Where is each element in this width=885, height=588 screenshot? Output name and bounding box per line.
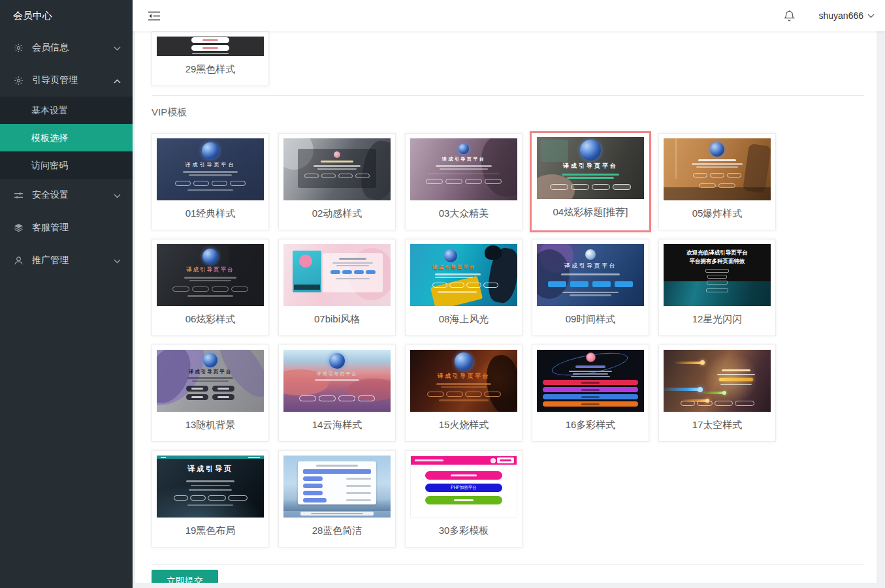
template-caption: 12星光闪闪	[664, 306, 771, 335]
template-caption: 30多彩模板	[410, 518, 517, 547]
template-thumbnail: 译成引导页平台	[410, 244, 517, 306]
template-caption: 01经典样式	[157, 200, 264, 230]
gear-icon	[13, 76, 24, 85]
template-card-29[interactable]: 29黑色样式	[152, 31, 269, 86]
template-card-14[interactable]: 译成引导页平台 14云海样式	[278, 345, 396, 442]
chevron-down-icon	[114, 190, 121, 200]
template-thumbnail: 译成引导页平台	[157, 350, 264, 412]
user-icon	[13, 256, 24, 266]
template-card-02[interactable]: 02动感样式	[278, 133, 396, 230]
sidebar-item-label: 会员信息	[32, 42, 114, 54]
sidebar-submenu: 基本设置 模板选择 访问密码	[0, 97, 133, 179]
template-caption: 19黑色布局	[157, 518, 264, 547]
template-thumbnail: 译成引导页平台	[537, 137, 644, 199]
divider	[152, 95, 864, 96]
sidebar-item-label: 安全设置	[32, 189, 114, 201]
template-card-08[interactable]: 译成引导页平台 08海上风光	[405, 239, 523, 336]
template-thumbnail	[537, 350, 644, 412]
template-thumbnail	[283, 138, 391, 200]
template-card-15[interactable]: 译成引导页平台 15火烧样式	[405, 345, 523, 442]
username: shuyan666	[818, 10, 863, 21]
template-card-07[interactable]: 07bibi风格	[278, 239, 396, 336]
template-caption: 02动感样式	[283, 200, 391, 230]
template-card-30[interactable]: PHP加密平台 30多彩模板	[405, 450, 523, 548]
template-caption: 28蓝色简洁	[283, 518, 391, 547]
template-card-16[interactable]: 16多彩样式	[532, 345, 649, 442]
user-menu[interactable]: shuyan666	[818, 10, 875, 21]
template-caption: 03大众精美	[410, 200, 517, 230]
template-thumbnail: 译成引导页平台	[410, 350, 517, 412]
divider	[152, 564, 864, 565]
template-caption: 07bibi风格	[283, 306, 391, 335]
chevron-down-icon	[114, 255, 121, 266]
template-card-09[interactable]: 译成引导页平台 09时间样式	[532, 239, 649, 336]
chevron-down-icon	[867, 14, 875, 18]
template-thumbnail	[283, 244, 391, 306]
template-card-01[interactable]: 译成引导页平台 01经典样式	[152, 133, 269, 230]
top-bar: shuyan666	[133, 0, 885, 31]
sidebar-item-label: 引导页管理	[32, 74, 114, 86]
sidebar-item-basic-settings[interactable]: 基本设置	[0, 97, 133, 124]
template-caption: 09时间样式	[537, 306, 644, 335]
template-thumbnail: 译成引导页	[157, 456, 264, 518]
template-thumbnail	[283, 456, 391, 518]
template-thumbnail	[664, 350, 771, 412]
template-thumbnail	[664, 138, 771, 200]
sidebar-item-label: 客服管理	[32, 222, 121, 234]
content-panel: 29黑色样式 VIP模板 译成引导页平台 01经典样式	[135, 31, 877, 583]
template-thumbnail	[157, 37, 264, 56]
sidebar-item-security-settings[interactable]: 安全设置	[0, 179, 133, 211]
template-caption: 14云海样式	[283, 412, 391, 441]
template-caption: 04炫彩标题[推荐]	[537, 199, 644, 228]
template-card-19[interactable]: 译成引导页 19黑色布局	[152, 450, 269, 548]
layers-icon	[13, 223, 24, 233]
template-thumbnail: 译成引导页平台	[157, 138, 264, 200]
chevron-down-icon	[114, 42, 121, 53]
template-grid: 译成引导页平台 01经典样式	[152, 133, 792, 556]
template-caption: 13随机背景	[157, 412, 264, 441]
template-thumbnail: 译成引导页平台	[410, 138, 517, 200]
menu-fold-icon[interactable]	[148, 11, 160, 21]
template-caption: 08海上风光	[410, 306, 517, 335]
sidebar-item-template-select[interactable]: 模板选择	[0, 124, 133, 151]
template-caption: 17太空样式	[664, 412, 771, 441]
template-caption: 29黑色样式	[157, 56, 264, 85]
template-thumbnail: 欢迎光临译成引导页平台 平台拥有多种页面特效	[664, 244, 771, 306]
sidebar-item-customer-service[interactable]: 客服管理	[0, 211, 133, 244]
template-card-05[interactable]: 05爆炸样式	[658, 133, 776, 230]
template-caption: 15火烧样式	[410, 412, 517, 441]
template-thumbnail: 译成引导页平台	[537, 244, 644, 306]
sidebar: 会员中心 会员信息 引导页管理 基本设置 模板选择 访问密码 安全设置 客服管理	[0, 0, 133, 588]
sidebar-item-promotion-mgmt[interactable]: 推广管理	[0, 244, 133, 277]
sidebar-item-guide-page-mgmt[interactable]: 引导页管理	[0, 64, 133, 97]
main-content: 29黑色样式 VIP模板 译成引导页平台 01经典样式	[133, 31, 885, 588]
sidebar-item-member-info[interactable]: 会员信息	[0, 31, 133, 64]
template-card-17[interactable]: 17太空样式	[658, 345, 776, 442]
template-thumbnail: 译成引导页平台	[283, 350, 391, 412]
bell-icon[interactable]	[784, 10, 795, 22]
section-title-vip: VIP模板	[152, 106, 877, 119]
template-caption: 06炫彩样式	[157, 306, 264, 335]
template-thumbnail: 译成引导页平台	[157, 244, 264, 306]
template-card-13[interactable]: 译成引导页平台 13随机背景	[152, 345, 269, 442]
template-card-04-selected[interactable]: 译成引导页平台 04炫彩标题[推荐]	[530, 131, 651, 232]
template-caption: 16多彩样式	[537, 412, 644, 441]
sidebar-item-access-password[interactable]: 访问密码	[0, 151, 133, 179]
submit-button[interactable]: 立即提交	[152, 570, 218, 583]
gear-icon	[13, 43, 24, 53]
template-card-06[interactable]: 译成引导页平台 06炫彩样式	[152, 239, 269, 336]
sliders-icon	[13, 191, 24, 200]
chevron-up-icon	[114, 75, 121, 85]
app-title: 会员中心	[0, 0, 133, 31]
template-card-28[interactable]: 28蓝色简洁	[278, 450, 396, 548]
template-thumbnail: PHP加密平台	[410, 456, 517, 518]
template-card-03[interactable]: 译成引导页平台 03大众精美	[405, 133, 523, 230]
template-card-12[interactable]: 欢迎光临译成引导页平台 平台拥有多种页面特效 12星光闪闪	[658, 239, 776, 336]
sidebar-item-label: 推广管理	[32, 255, 114, 266]
template-caption: 05爆炸样式	[664, 200, 771, 230]
